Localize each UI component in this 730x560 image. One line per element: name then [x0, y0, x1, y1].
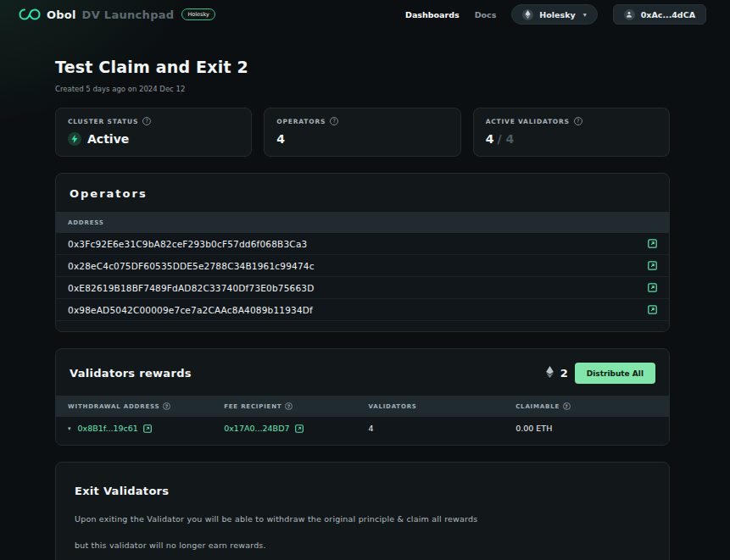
- help-icon[interactable]: ?: [285, 402, 293, 410]
- external-link-icon[interactable]: [648, 283, 657, 292]
- brand-name: Obol: [47, 8, 76, 21]
- top-nav-links: Dashboards Docs Holesky ▾ 0xAc...4dCA: [405, 4, 706, 25]
- operator-row: 0x98eAD5042C00009e7ce7a2CAAc8A4089b11934…: [56, 299, 669, 321]
- external-link-icon[interactable]: [143, 424, 152, 433]
- operators-table-header: Address: [56, 212, 669, 233]
- active-validators-value: 4: [486, 132, 494, 146]
- active-validators-card: Active Validators ? 4 / 4: [473, 108, 670, 157]
- operator-address: 0x98eAD5042C00009e7ce7a2CAAc8A4089b11934…: [68, 305, 313, 315]
- cluster-status-label: Cluster Status: [68, 118, 138, 125]
- external-link-icon[interactable]: [295, 424, 304, 433]
- validators-rewards-panel: Validators rewards 2 Distribute All With…: [55, 348, 670, 446]
- rewards-eth-total: 2: [560, 367, 568, 380]
- operators-panel-title: Operators: [70, 187, 148, 200]
- network-selector-label: Holesky: [539, 10, 575, 19]
- page-title: Test Claim and Exit 2: [55, 58, 670, 76]
- page-created-subtitle: Created 5 days ago on 2024 Dec 12: [55, 85, 670, 93]
- validators-count-cell: 4: [368, 424, 515, 433]
- fee-recipient-cell: 0x17A0...24BD7: [224, 424, 368, 433]
- withdrawal-address-cell: ▾ 0x8B1f...19c61: [68, 424, 224, 433]
- operators-panel: Operators Address 0x3Fc92E6e31C9bA82ceF2…: [55, 173, 670, 332]
- brand-product: DV Launchpad: [82, 8, 175, 21]
- wallet-address-label: 0xAc...4dCA: [641, 10, 695, 19]
- ethereum-network-icon: [522, 9, 533, 20]
- brand[interactable]: Obol DV Launchpad Holesky: [19, 8, 215, 21]
- operator-row: 0x3Fc92E6e31C9bA82ceF293b0cF57dd6f068B3C…: [56, 233, 669, 255]
- help-icon[interactable]: ?: [163, 402, 170, 410]
- exit-validators-panel: Exit Validators Upon exiting the Validat…: [55, 462, 670, 560]
- top-navbar: Obol DV Launchpad Holesky Dashboards Doc…: [0, 0, 730, 29]
- operators-count-card: Operators ? 4: [264, 108, 460, 157]
- active-validators-total: / 4: [497, 132, 514, 146]
- help-icon[interactable]: ?: [574, 117, 582, 125]
- fee-recipient-column-header: Fee Recipient ?: [224, 402, 368, 410]
- rewards-table-header: Withdrawal Address ? Fee Recipient ? Val…: [56, 396, 669, 417]
- nav-dashboards[interactable]: Dashboards: [405, 10, 460, 19]
- claimable-amount-cell: 0.00 ETH: [515, 424, 657, 433]
- operator-address: 0xE82619B18BF7489FdAD82C33740Df73E0b7566…: [68, 283, 315, 293]
- exit-description-line2: but this validator will no longer earn r…: [75, 541, 650, 550]
- chevron-down-icon: ▾: [583, 11, 587, 19]
- expand-row-caret-icon[interactable]: ▾: [68, 425, 71, 432]
- operator-row: 0xE82619B18BF7489FdAD82C33740Df73E0b7566…: [56, 277, 669, 299]
- active-validators-label: Active Validators: [486, 118, 570, 125]
- obol-logo-icon: [19, 8, 41, 20]
- status-cards: Cluster Status ? Active Operators ? 4: [55, 108, 670, 157]
- cluster-status-value: Active: [87, 132, 129, 146]
- distribute-all-button[interactable]: Distribute All: [575, 363, 655, 384]
- network-selector-button[interactable]: Holesky ▾: [511, 4, 597, 25]
- external-link-icon[interactable]: [648, 305, 657, 314]
- help-icon[interactable]: ?: [563, 402, 571, 410]
- address-column-header: Address: [68, 219, 104, 226]
- external-link-icon[interactable]: [648, 261, 657, 270]
- page-content: Test Claim and Exit 2 Created 5 days ago…: [55, 58, 670, 560]
- external-link-icon[interactable]: [648, 239, 657, 248]
- user-avatar-icon: [624, 9, 635, 20]
- rewards-table-row: ▾ 0x8B1f...19c61 0x17A0...24BD7: [56, 417, 669, 440]
- operators-count-value: 4: [276, 132, 285, 146]
- operator-address: 0x3Fc92E6e31C9bA82ceF293b0cF57dd6f068B3C…: [68, 239, 307, 249]
- exit-validators-title: Exit Validators: [75, 485, 650, 497]
- cluster-status-card: Cluster Status ? Active: [55, 108, 252, 157]
- validators-rewards-title: Validators rewards: [70, 367, 192, 380]
- operator-row: 0x28eC4c075DF60535DDE5e2788C34B1961c9947…: [56, 255, 669, 277]
- validators-column-header: Validators: [368, 403, 515, 410]
- operator-address: 0x28eC4c075DF60535DDE5e2788C34B1961c9947…: [68, 261, 315, 271]
- wallet-button[interactable]: 0xAc...4dCA: [613, 4, 706, 25]
- withdrawal-address-link[interactable]: 0x8B1f...19c61: [78, 424, 138, 433]
- network-badge: Holesky: [181, 8, 215, 20]
- operators-count-label: Operators: [276, 118, 326, 125]
- help-icon[interactable]: ?: [330, 117, 338, 125]
- nav-docs[interactable]: Docs: [475, 10, 497, 19]
- exit-description-line1: Upon exiting the Validator you will be a…: [75, 514, 650, 524]
- withdrawal-address-column-header: Withdrawal Address ?: [68, 402, 224, 410]
- help-icon[interactable]: ?: [142, 117, 151, 125]
- fee-recipient-link[interactable]: 0x17A0...24BD7: [224, 424, 289, 433]
- lightning-bolt-icon: [68, 132, 81, 146]
- ethereum-diamond-icon: [546, 365, 554, 381]
- claimable-column-header: Claimable ?: [515, 402, 657, 410]
